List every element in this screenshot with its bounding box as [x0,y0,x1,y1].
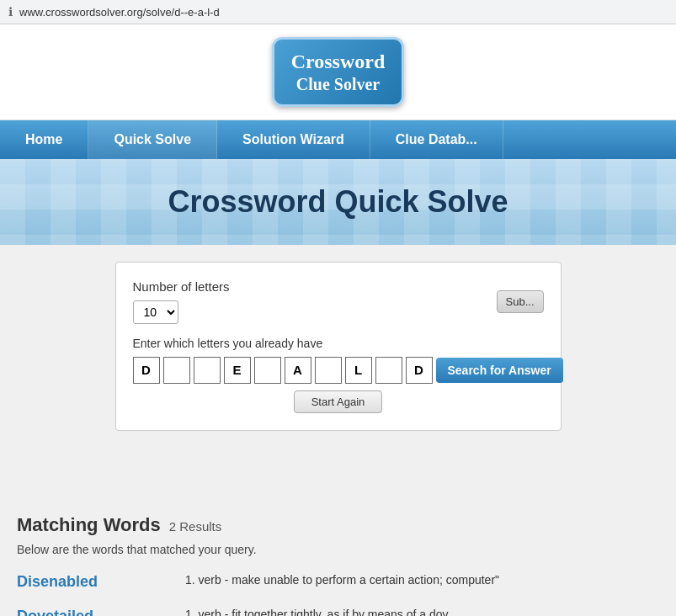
letter-box-7[interactable] [345,357,372,384]
word-result-1: Dovetailed 1. verb - fit together tightl… [17,608,659,616]
logo-line1: Crossword [291,50,386,74]
letter-inputs [133,357,433,384]
nav-bar: Home Quick Solve Solution Wizard Clue Da… [0,120,676,159]
num-letters-row: Number of letters 3456 789 10 1112131415… [133,279,544,324]
results-count: 2 Results [169,519,222,534]
num-letters-group: Number of letters 3456 789 10 1112131415 [133,279,230,324]
nav-solution-wizard[interactable]: Solution Wizard [217,120,370,159]
enter-letters-label: Enter which letters you already have [133,337,544,350]
letter-box-3[interactable] [224,357,251,384]
results-section: Matching Words 2 Results Below are the w… [0,497,676,616]
start-again-row: Start Again [133,390,544,413]
site-logo[interactable]: Crossword Clue Solver [272,37,405,107]
results-list: Disenabled 1. verb - make unable to perf… [17,573,659,616]
letter-box-6[interactable] [315,357,342,384]
search-button[interactable]: Search for Answer [436,358,563,383]
letter-box-4[interactable] [254,357,281,384]
letter-box-2[interactable] [194,357,221,384]
address-bar: ℹ www.crosswordsolver.org/solve/d--e-a-l… [0,0,676,24]
nav-clue-database[interactable]: Clue Datab... [370,120,503,159]
nav-quick-solve[interactable]: Quick Solve [88,120,217,159]
word-definition-1: 1. verb - fit together tightly, as if by… [185,608,659,616]
info-icon: ℹ [8,5,13,19]
letter-box-0[interactable] [133,357,160,384]
word-link-0[interactable]: Disenabled [17,573,168,591]
letter-box-1[interactable] [163,357,190,384]
word-link-1[interactable]: Dovetailed [17,608,168,616]
logo-line2: Clue Solver [291,74,386,94]
letter-boxes-row: Search for Answer [133,357,544,384]
nav-home[interactable]: Home [0,120,88,159]
hero-banner: Crossword Quick Solve [0,159,676,245]
letter-box-8[interactable] [375,357,402,384]
num-letters-label: Number of letters [133,279,230,294]
word-result-0: Disenabled 1. verb - make unable to perf… [17,573,659,591]
solver-panel: Number of letters 3456 789 10 1112131415… [115,262,562,431]
url-display: www.crosswordsolver.org/solve/d--e-a-l-d [19,6,220,19]
results-heading-row: Matching Words 2 Results [17,514,659,536]
letter-box-5[interactable] [285,357,311,384]
letter-box-9[interactable] [406,357,433,384]
start-again-button[interactable]: Start Again [294,390,383,413]
main-content: Number of letters 3456 789 10 1112131415… [0,245,676,497]
results-subtext: Below are the words that matched your qu… [17,543,659,556]
results-heading: Matching Words [17,514,161,536]
logo-area: Crossword Clue Solver [0,24,676,120]
hero-title: Crossword Quick Solve [17,184,659,220]
letter-boxes-section: Enter which letters you already have Sea… [133,337,544,413]
submit-button[interactable]: Sub... [497,290,544,313]
num-letters-select[interactable]: 3456 789 10 1112131415 [133,300,178,324]
word-definition-0: 1. verb - make unable to perform a certa… [185,573,659,587]
